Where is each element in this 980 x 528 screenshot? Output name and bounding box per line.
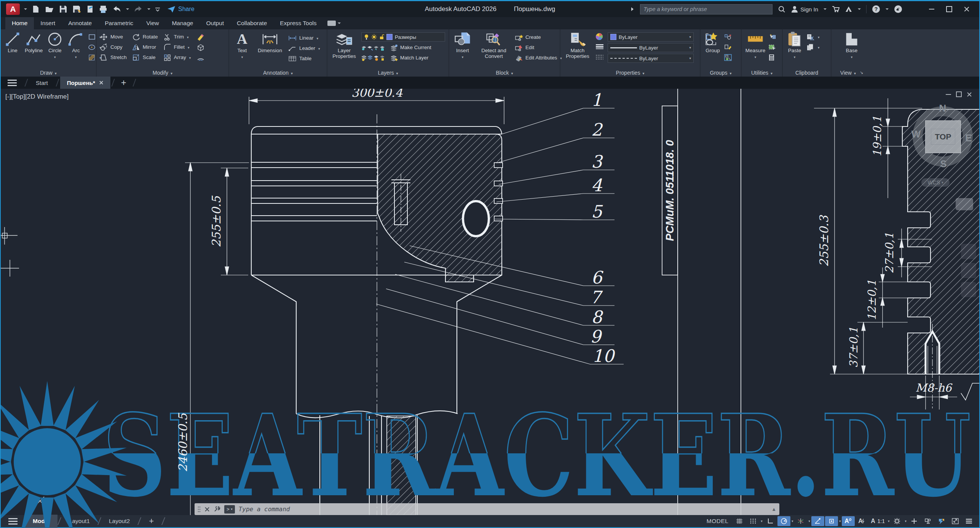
- share-button[interactable]: Share: [167, 5, 195, 13]
- rectangle-tool-icon[interactable]: [88, 33, 96, 41]
- file-tabs-menu-icon[interactable]: [1, 77, 24, 89]
- object-snap-toggle[interactable]: [825, 516, 838, 526]
- viewcube-top-face[interactable]: TOP: [925, 120, 961, 153]
- trim-caret-icon[interactable]: [186, 34, 189, 40]
- tab-output[interactable]: Output: [200, 17, 230, 29]
- base-button[interactable]: Base: [842, 31, 862, 59]
- plot-icon[interactable]: [86, 5, 94, 14]
- snap-toggle[interactable]: [747, 516, 760, 526]
- arc-button[interactable]: Arc: [67, 31, 85, 59]
- autodesk-caret-icon[interactable]: [858, 8, 861, 11]
- osnap-caret-icon[interactable]: ▾: [839, 519, 841, 523]
- measure-caret-icon[interactable]: [755, 54, 757, 59]
- tab-parametric[interactable]: Parametric: [98, 17, 140, 29]
- open-file-icon[interactable]: [45, 5, 54, 14]
- block-edit-button[interactable]: Edit: [515, 43, 562, 52]
- lineweight-list-icon[interactable]: [595, 44, 604, 50]
- linear-button[interactable]: Linear: [288, 34, 320, 42]
- command-prompt-icon[interactable]: >▾: [224, 505, 235, 514]
- print-icon[interactable]: [99, 5, 108, 14]
- match-layer-button[interactable]: Match Layer: [361, 53, 445, 62]
- tab-close-icon[interactable]: [99, 80, 104, 85]
- group-button[interactable]: Group: [704, 31, 722, 53]
- tab-collaborate[interactable]: Collaborate: [230, 17, 273, 29]
- trim-button[interactable]: Trim: [163, 32, 191, 41]
- view-panel-label[interactable]: View: [832, 69, 872, 77]
- viewport-controls[interactable]: [-][Top][2D Wireframe]: [5, 93, 69, 101]
- leader-caret-icon[interactable]: [318, 45, 320, 51]
- app-menu-caret-icon[interactable]: [24, 8, 27, 11]
- save-as-icon[interactable]: [72, 5, 82, 14]
- cut-icon[interactable]: [806, 34, 815, 40]
- groups-panel-label[interactable]: Groups: [701, 69, 741, 77]
- viewcube-east[interactable]: E: [965, 132, 972, 144]
- clean-screen-button[interactable]: [949, 516, 962, 526]
- fillet-caret-icon[interactable]: [187, 44, 190, 50]
- tab-document[interactable]: Поршень*: [60, 77, 110, 89]
- color-wheel-icon[interactable]: [595, 32, 604, 41]
- command-input[interactable]: Type a command: [239, 506, 290, 513]
- block-panel-label[interactable]: Block: [449, 69, 560, 77]
- tab-express-tools[interactable]: Express Tools: [273, 17, 323, 29]
- erase-button[interactable]: [196, 32, 205, 41]
- grid-toggle[interactable]: [733, 516, 746, 526]
- paste-button[interactable]: Paste: [786, 31, 803, 59]
- isodraft-caret-icon[interactable]: ▾: [808, 519, 811, 523]
- explode-button[interactable]: [196, 43, 205, 51]
- autoscale-toggle[interactable]: A: [856, 516, 868, 526]
- save-icon[interactable]: [59, 5, 68, 14]
- minimize-button[interactable]: [923, 3, 940, 15]
- maximize-button[interactable]: [940, 3, 958, 15]
- edit-attributes-button[interactable]: Edit Attributes: [515, 53, 562, 62]
- properties-panel-label[interactable]: Properties: [560, 69, 700, 77]
- arc-flyout-caret-icon[interactable]: [75, 54, 77, 59]
- navbar-orbit-icon[interactable]: [961, 282, 976, 297]
- viewport-close-icon[interactable]: [967, 92, 972, 97]
- table-button[interactable]: Table: [288, 54, 320, 63]
- polar-tracking-toggle[interactable]: [777, 516, 790, 526]
- qat-customize-icon[interactable]: [155, 6, 161, 12]
- modify-panel-label[interactable]: Modify: [97, 69, 228, 77]
- tab-start[interactable]: Start: [29, 77, 55, 89]
- tab-model[interactable]: Model: [25, 515, 57, 528]
- hatch-tool-icon[interactable]: [88, 54, 96, 61]
- scale-caret-icon[interactable]: ▾: [887, 519, 890, 523]
- linetype-list-icon[interactable]: [595, 54, 604, 60]
- insert-button[interactable]: Insert: [452, 31, 473, 59]
- annotation-visibility-toggle[interactable]: A: [842, 516, 855, 526]
- navbar-tool[interactable]: [956, 198, 973, 210]
- navbar-pan-icon[interactable]: [961, 244, 976, 259]
- model-space-label[interactable]: MODEL: [707, 518, 729, 525]
- move-button[interactable]: Move: [100, 32, 127, 41]
- ungroup-icon[interactable]: [724, 34, 732, 40]
- status-customize-button[interactable]: [908, 516, 921, 526]
- wcs-dropdown[interactable]: WCS▾: [921, 178, 950, 187]
- tab-layout1[interactable]: Layout1: [61, 515, 97, 528]
- array-button[interactable]: Array: [163, 53, 191, 62]
- copy-button[interactable]: Copy: [100, 43, 127, 51]
- command-line[interactable]: >▾ Type a command ▲: [195, 503, 779, 515]
- redo-caret-icon[interactable]: [147, 8, 150, 11]
- undo-caret-icon[interactable]: [126, 8, 129, 11]
- tab-annotate[interactable]: Annotate: [62, 17, 98, 29]
- circle-flyout-caret-icon[interactable]: [54, 54, 56, 59]
- group-edit-icon[interactable]: [724, 44, 732, 50]
- polar-caret-icon[interactable]: ▾: [791, 519, 794, 523]
- drawing-canvas[interactable]: [1, 88, 979, 515]
- autocad-logo[interactable]: A: [6, 3, 20, 15]
- object-snap-tracking-toggle[interactable]: [811, 516, 824, 526]
- layer-properties-button[interactable]: Layer Properties: [330, 31, 358, 59]
- group-selection-icon[interactable]: [724, 54, 732, 61]
- help-icon[interactable]: ?: [872, 5, 880, 13]
- offset-button[interactable]: [196, 53, 205, 62]
- tab-manage[interactable]: Manage: [165, 17, 200, 29]
- match-properties-button[interactable]: Match Properties: [563, 31, 592, 59]
- base-caret-icon[interactable]: [851, 54, 853, 59]
- line-button[interactable]: Line: [4, 31, 21, 53]
- undo-icon[interactable]: [112, 5, 122, 13]
- navbar-zoom-icon[interactable]: [961, 263, 976, 278]
- status-menu-icon[interactable]: [962, 516, 975, 526]
- snap-caret-icon[interactable]: ▾: [760, 519, 763, 523]
- tab-insert[interactable]: Insert: [34, 17, 62, 29]
- isolate-objects-button[interactable]: [921, 516, 934, 526]
